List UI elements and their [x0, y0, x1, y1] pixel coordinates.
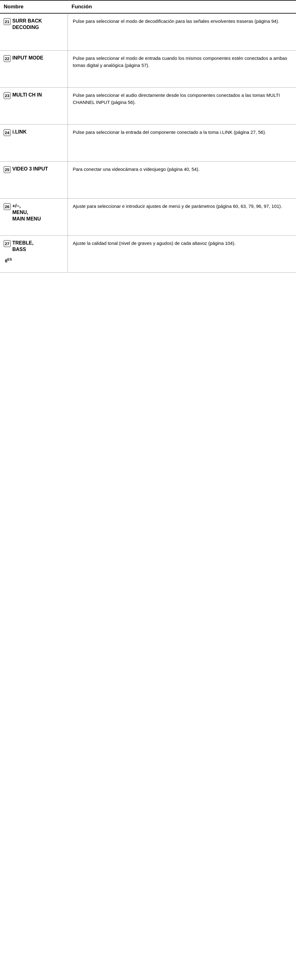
row-name-text: TREBLE,BASS: [12, 240, 33, 253]
func-cell: Ajuste la calidad tonal (nivel de graves…: [68, 235, 296, 272]
func-cell: Pulse para seleccionar el audio directam…: [68, 88, 296, 124]
row-number: 27: [4, 240, 11, 247]
row-number: 21: [4, 18, 11, 25]
table-body: 21SURR BACKDECODINGPulse para selecciona…: [0, 14, 296, 273]
name-cell: 27TREBLE,BASS: [0, 235, 68, 272]
table-row: 27TREBLE,BASSAjuste la calidad tonal (ni…: [0, 235, 296, 273]
table-row: 23MULTI CH INPulse para seleccionar el a…: [0, 88, 296, 124]
row-number: 25: [4, 166, 11, 173]
func-cell: Para conectar una videocámara o videojue…: [68, 162, 296, 198]
table-row: 21SURR BACKDECODINGPulse para selecciona…: [0, 14, 296, 51]
name-cell: 25VIDEO 3 INPUT: [0, 162, 68, 198]
name-cell: 24i.LINK: [0, 124, 68, 161]
row-name-text: +/–,MENU,MAIN MENU: [12, 203, 41, 222]
row-name-text: SURR BACKDECODING: [12, 18, 42, 31]
row-number: 26: [4, 203, 11, 210]
name-cell: 26+/–,MENU,MAIN MENU: [0, 199, 68, 235]
row-name-text: INPUT MODE: [12, 55, 43, 61]
page-container: Nombre Función 21SURR BACKDECODINGPulse …: [0, 0, 296, 273]
row-number: 24: [4, 129, 11, 136]
row-name-text: MULTI CH IN: [12, 92, 42, 99]
func-cell: Pulse para seleccionar la entrada del co…: [68, 124, 296, 161]
row-name-text: VIDEO 3 INPUT: [12, 166, 48, 172]
header-name-col: Nombre: [0, 2, 68, 11]
func-cell: Pulse para seleccionar el modo de decodi…: [68, 14, 296, 50]
page-number: 8: [5, 258, 7, 263]
name-cell: 21SURR BACKDECODING: [0, 14, 68, 50]
table-row: 25VIDEO 3 INPUTPara conectar una videocá…: [0, 162, 296, 199]
func-cell: Pulse para seleccionar el modo de entrad…: [68, 51, 296, 87]
row-number: 23: [4, 92, 11, 99]
lang-label: ES: [7, 258, 12, 261]
table-row: 22INPUT MODEPulse para seleccionar el mo…: [0, 51, 296, 88]
func-cell: Ajuste para seleccionar e introducir aju…: [68, 199, 296, 235]
table-header: Nombre Función: [0, 0, 296, 14]
page-footer: 8ES: [5, 258, 12, 263]
table-row: 26+/–,MENU,MAIN MENUAjuste para seleccio…: [0, 199, 296, 235]
table-row: 24i.LINKPulse para seleccionar la entrad…: [0, 124, 296, 162]
row-number: 22: [4, 55, 11, 62]
header-func-col: Función: [68, 2, 296, 11]
name-cell: 22INPUT MODE: [0, 51, 68, 87]
row-name-text: i.LINK: [12, 129, 27, 135]
name-cell: 23MULTI CH IN: [0, 88, 68, 124]
